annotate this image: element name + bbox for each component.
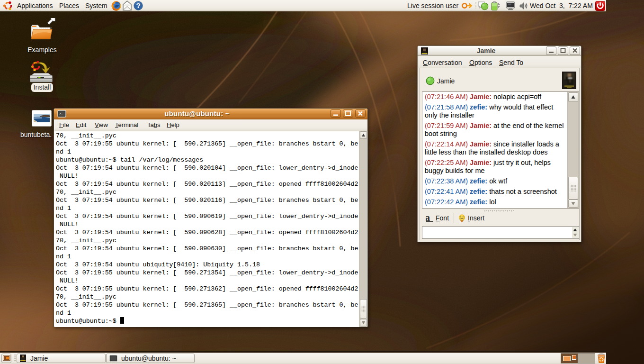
svg-text:a: a (426, 214, 430, 222)
svg-text:?: ? (136, 1, 141, 9)
